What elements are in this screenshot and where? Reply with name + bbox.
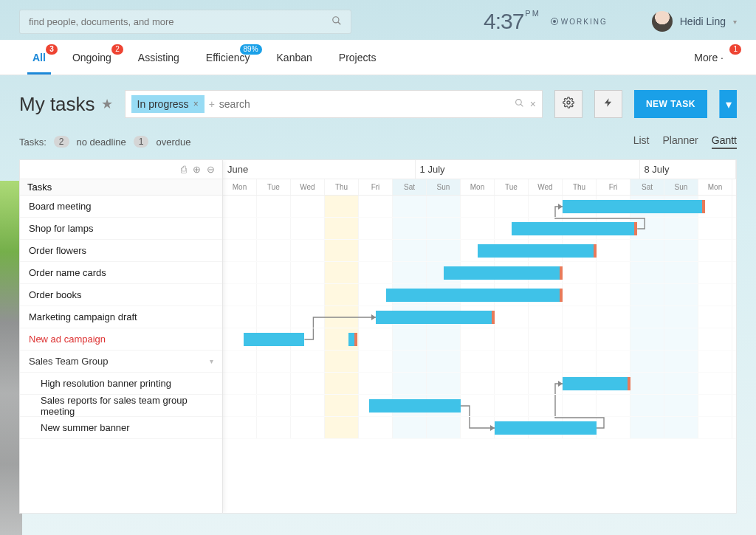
clear-icon[interactable]: × (530, 98, 536, 110)
svg-line-3 (520, 104, 523, 106)
tab-assisting[interactable]: Assisting (125, 40, 193, 75)
tab-kanban[interactable]: Kanban (264, 40, 326, 75)
no-deadline-label[interactable]: no deadline (77, 137, 126, 148)
close-icon[interactable]: × (193, 99, 199, 109)
day-header: Wed (529, 179, 563, 195)
zoom-out-icon[interactable]: ⊖ (207, 164, 215, 175)
tab-more[interactable]: More · 1 (681, 40, 737, 75)
gantt-bar[interactable] (244, 333, 305, 346)
star-icon[interactable]: ★ (101, 96, 113, 112)
task-row[interactable]: Shop for lamps (20, 218, 222, 240)
filter-box[interactable]: In progress × + × (125, 90, 543, 118)
day-header: Tue (732, 179, 736, 195)
day-header: Sun (427, 179, 461, 195)
tasks-label: Tasks: (19, 137, 47, 148)
tab-efficiency[interactable]: Efficiency89% (193, 40, 264, 75)
task-row[interactable]: Order flowers (20, 240, 222, 262)
new-task-button[interactable]: NEW TASK (634, 90, 707, 118)
day-header: Wed (291, 179, 325, 195)
user-name-label: Heidi Ling (680, 15, 726, 27)
gantt-bar[interactable] (512, 222, 637, 235)
day-header: Sun (664, 179, 698, 195)
zoom-in-icon[interactable]: ⊕ (193, 164, 201, 175)
month-header: 1 July (416, 160, 640, 179)
search-icon (331, 15, 342, 28)
search-icon[interactable] (515, 98, 524, 110)
gantt-bar[interactable] (563, 377, 630, 390)
page-title: My tasks ★ (19, 93, 113, 116)
day-header: Mon (223, 179, 257, 195)
tab-projects[interactable]: Projects (326, 40, 390, 75)
record-icon (551, 18, 558, 25)
top-bar: 4:37PM WORKING Heidi Ling ▾ (0, 0, 756, 40)
day-header: Thu (563, 179, 597, 195)
svg-point-0 (333, 16, 339, 22)
view-list[interactable]: List (633, 134, 650, 149)
overdue-label[interactable]: overdue (156, 137, 190, 148)
task-row[interactable]: Order books (20, 284, 222, 306)
filters-row: Tasks: 2 no deadline 1 overdue List Plan… (0, 133, 756, 159)
task-row[interactable]: Board meeting (20, 196, 222, 218)
global-search[interactable] (19, 10, 351, 34)
gantt-bar[interactable] (495, 421, 597, 435)
page-header: My tasks ★ In progress × + × NEW TASK ▾ (0, 75, 756, 133)
task-row[interactable]: New summer banner (20, 417, 222, 439)
gantt-bar[interactable] (478, 244, 597, 258)
status-indicator[interactable]: WORKING (551, 18, 608, 26)
gantt-chart: ⎙ ⊕ ⊖ Tasks Board meetingShop for lampsO… (19, 159, 737, 514)
tab-all[interactable]: All3 (19, 40, 59, 75)
gantt-timeline[interactable]: June1 July8 July MonTueWedThuFriSatSunMo… (223, 160, 736, 513)
print-icon[interactable]: ⎙ (181, 164, 187, 175)
tasks-column-header: Tasks (20, 179, 222, 196)
day-header: Mon (698, 179, 732, 195)
month-header: 8 July (640, 160, 736, 179)
month-header: June (223, 160, 416, 179)
no-deadline-count[interactable]: 2 (54, 136, 69, 148)
gear-icon (563, 97, 574, 111)
view-switch: List Planner Gantt (633, 134, 737, 149)
filter-search-input[interactable] (219, 98, 510, 110)
main-tabs: All3Ongoing2AssistingEfficiency89%Kanban… (0, 40, 756, 75)
task-row[interactable]: New ad campaign (20, 328, 222, 351)
task-row[interactable]: Sales reports for sales team group meeti… (20, 395, 222, 417)
gantt-bar[interactable] (369, 399, 461, 413)
clock: 4:37PM (484, 9, 540, 34)
new-task-dropdown[interactable]: ▾ (719, 90, 737, 118)
day-header: Sat (393, 179, 427, 195)
svg-line-1 (338, 21, 341, 24)
day-header: Fri (359, 179, 393, 195)
gantt-bar[interactable] (563, 200, 705, 213)
avatar (652, 11, 673, 32)
automate-button[interactable] (594, 90, 622, 118)
gantt-bar[interactable] (376, 311, 495, 324)
chevron-down-icon: ▾ (726, 97, 732, 111)
day-header: Fri (597, 179, 630, 195)
day-header: Mon (461, 179, 495, 195)
day-header: Tue (495, 179, 529, 195)
task-list-column: ⎙ ⊕ ⊖ Tasks Board meetingShop for lampsO… (20, 160, 223, 513)
view-gantt[interactable]: Gantt (712, 134, 737, 149)
plus-icon[interactable]: + (209, 98, 215, 110)
bolt-icon (603, 97, 614, 111)
task-row[interactable]: Sales Team Group (20, 351, 222, 373)
settings-button[interactable] (554, 90, 583, 118)
task-row[interactable]: High resolution banner printing (20, 373, 222, 395)
day-header: Tue (257, 179, 291, 195)
global-search-input[interactable] (29, 16, 331, 27)
day-header: Sat (630, 179, 664, 195)
task-row[interactable]: Marketing campaign draft (20, 306, 222, 328)
chevron-down-icon: ▾ (733, 18, 737, 26)
tab-ongoing[interactable]: Ongoing2 (59, 40, 125, 75)
task-row[interactable]: Order name cards (20, 262, 222, 284)
view-planner[interactable]: Planner (662, 134, 698, 149)
filter-chip-in-progress[interactable]: In progress × (131, 95, 205, 113)
gantt-bar[interactable] (444, 266, 563, 280)
svg-point-4 (567, 101, 570, 104)
svg-point-2 (515, 100, 521, 106)
gantt-bar[interactable] (386, 289, 563, 302)
gantt-bar[interactable] (348, 333, 357, 346)
overdue-count[interactable]: 1 (134, 136, 149, 148)
user-menu[interactable]: Heidi Ling ▾ (652, 11, 737, 32)
day-header: Thu (325, 179, 359, 195)
